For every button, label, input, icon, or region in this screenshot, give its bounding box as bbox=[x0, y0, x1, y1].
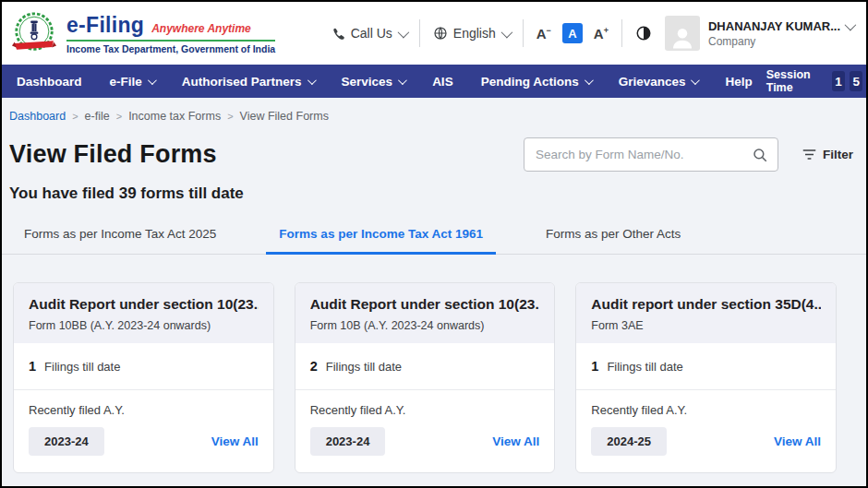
chevron-down-icon bbox=[398, 76, 407, 85]
card-filings-row: 1 Filings till date bbox=[14, 343, 273, 390]
card-header: Audit report under section 35D(4... Form… bbox=[576, 283, 836, 343]
session-timer: Session Time 1 5 : 5 8 bbox=[766, 68, 868, 94]
tab-income-tax-act-2025[interactable]: Forms as per Income Tax Act 2025 bbox=[11, 218, 229, 254]
breadcrumb-view-filed-forms: View Filed Forms bbox=[240, 110, 329, 123]
font-increase-button[interactable]: A+ bbox=[594, 26, 609, 42]
nav-help[interactable]: Help bbox=[711, 75, 766, 89]
tab-income-tax-act-1961[interactable]: Forms as per Income Tax Act 1961 bbox=[266, 218, 496, 255]
chevron-down-icon bbox=[845, 18, 857, 30]
brand-subtitle: Income Tax Department, Government of Ind… bbox=[66, 43, 275, 54]
page-title: View Filed Forms bbox=[9, 140, 217, 169]
chevron-down-icon bbox=[500, 26, 512, 38]
filter-button[interactable]: Filter bbox=[802, 148, 853, 161]
brand-name: e-Filing bbox=[66, 13, 144, 38]
filings-count: 2 bbox=[310, 359, 318, 374]
assessment-year-chip[interactable]: 2023-24 bbox=[310, 427, 386, 456]
user-name: DHANANJAY KUMAR... bbox=[708, 19, 840, 33]
main-navbar: Dashboard e-File Authorised Partners Ser… bbox=[2, 65, 866, 98]
breadcrumb-dashboard[interactable]: Dashboard bbox=[9, 110, 66, 123]
card-form-name: Form 10B (A.Y. 2023-24 onwards) bbox=[310, 319, 540, 332]
breadcrumb-separator: > bbox=[72, 111, 78, 122]
breadcrumb-e-file[interactable]: e-file bbox=[85, 110, 110, 123]
nav-authorised-partners[interactable]: Authorised Partners bbox=[168, 75, 328, 89]
recent-filed-label: Recently filed A.Y. bbox=[29, 403, 259, 417]
breadcrumb-income-tax-forms[interactable]: Income tax Forms bbox=[128, 110, 221, 123]
nav-grievances[interactable]: Grievances bbox=[605, 75, 712, 89]
chevron-down-icon bbox=[691, 76, 700, 85]
breadcrumb-separator: > bbox=[116, 111, 122, 122]
card-title: Audit report under section 35D(4... bbox=[591, 296, 821, 313]
card-filings-row: 2 Filings till date bbox=[295, 343, 555, 390]
card-recent-section: Recently filed A.Y. 2023-24 View All bbox=[14, 390, 273, 472]
filed-forms-card-grid: Audit Report under section 10(23... Form… bbox=[2, 255, 866, 473]
search-input[interactable] bbox=[536, 148, 752, 161]
search-icon[interactable] bbox=[752, 147, 768, 163]
contrast-toggle-button[interactable] bbox=[635, 25, 652, 42]
nav-services[interactable]: Services bbox=[328, 75, 419, 89]
form-card-10bb: Audit Report under section 10(23... Form… bbox=[13, 282, 274, 473]
font-decrease-button[interactable]: A− bbox=[536, 26, 551, 42]
filter-icon bbox=[802, 149, 816, 161]
view-all-link[interactable]: View All bbox=[492, 434, 539, 448]
language-selector[interactable]: English bbox=[433, 26, 510, 41]
divider bbox=[621, 19, 622, 47]
breadcrumb-separator: > bbox=[227, 111, 233, 122]
call-us-menu[interactable]: Call Us bbox=[332, 26, 406, 41]
card-recent-section: Recently filed A.Y. 2023-24 View All bbox=[295, 390, 555, 472]
filter-label: Filter bbox=[823, 148, 853, 161]
view-all-link[interactable]: View All bbox=[211, 434, 259, 448]
user-menu[interactable]: DHANANJAY KUMAR... Company bbox=[665, 16, 853, 51]
top-header: e-Filing Anywhere Anytime Income Tax Dep… bbox=[2, 2, 866, 65]
divider bbox=[419, 19, 420, 47]
session-digit: 5 bbox=[850, 71, 862, 91]
chevron-down-icon bbox=[307, 76, 317, 85]
view-all-link[interactable]: View All bbox=[774, 434, 821, 448]
card-header: Audit Report under section 10(23... Form… bbox=[295, 283, 555, 343]
breadcrumb: Dashboard > e-file > Income tax Forms > … bbox=[2, 98, 866, 128]
assessment-year-chip[interactable]: 2023-24 bbox=[29, 427, 104, 456]
assessment-year-chip[interactable]: 2024-25 bbox=[591, 427, 667, 456]
contrast-icon bbox=[635, 25, 652, 42]
user-type: Company bbox=[708, 35, 853, 48]
language-label: English bbox=[453, 26, 496, 41]
nav-pending-actions[interactable]: Pending Actions bbox=[467, 75, 605, 89]
form-card-10b: Audit Report under section 10(23... Form… bbox=[295, 282, 556, 473]
chevron-down-icon bbox=[585, 76, 594, 85]
session-time-label: Session Time bbox=[766, 68, 825, 94]
card-form-name: Form 10BB (A.Y. 2023-24 onwards) bbox=[29, 319, 259, 332]
brand-tagline: Anywhere Anytime bbox=[151, 22, 251, 35]
tab-other-acts[interactable]: Forms as per Other Acts bbox=[533, 218, 693, 254]
phone-icon bbox=[332, 27, 345, 41]
forms-tabs: Forms as per Income Tax Act 2025 Forms a… bbox=[2, 218, 866, 255]
recent-filed-label: Recently filed A.Y. bbox=[310, 403, 540, 417]
filings-count: 1 bbox=[29, 359, 36, 374]
income-tax-department-emblem-icon bbox=[11, 10, 57, 56]
card-title: Audit Report under section 10(23... bbox=[310, 296, 540, 313]
form-card-3ae: Audit report under section 35D(4... Form… bbox=[575, 282, 837, 473]
chevron-down-icon bbox=[397, 26, 409, 38]
nav-ais[interactable]: AIS bbox=[418, 75, 467, 89]
font-normal-button[interactable]: A bbox=[562, 23, 583, 43]
globe-icon bbox=[433, 26, 448, 41]
call-us-label: Call Us bbox=[351, 26, 392, 41]
filings-label: Filings till date bbox=[44, 360, 120, 374]
divider bbox=[523, 19, 524, 47]
card-title: Audit Report under section 10(23... bbox=[29, 296, 259, 313]
recent-filed-label: Recently filed A.Y. bbox=[591, 403, 821, 417]
form-search-box[interactable] bbox=[524, 137, 778, 172]
card-recent-section: Recently filed A.Y. 2024-25 View All bbox=[576, 390, 836, 472]
nav-e-file[interactable]: e-File bbox=[96, 75, 168, 89]
nav-dashboard[interactable]: Dashboard bbox=[13, 75, 96, 89]
session-digit: 1 bbox=[832, 71, 845, 91]
person-icon bbox=[669, 23, 696, 51]
app-logo[interactable]: e-Filing Anywhere Anytime Income Tax Dep… bbox=[11, 10, 275, 56]
card-filings-row: 1 Filings till date bbox=[576, 343, 836, 390]
card-form-name: Form 3AE bbox=[591, 319, 821, 332]
avatar bbox=[665, 16, 700, 51]
card-header: Audit Report under section 10(23... Form… bbox=[14, 283, 273, 343]
filings-count: 1 bbox=[591, 359, 598, 374]
filed-forms-count-text: You have filed 39 forms till date bbox=[2, 172, 866, 203]
chevron-down-icon bbox=[148, 76, 157, 85]
filings-label: Filings till date bbox=[326, 360, 402, 374]
filings-label: Filings till date bbox=[607, 360, 682, 374]
